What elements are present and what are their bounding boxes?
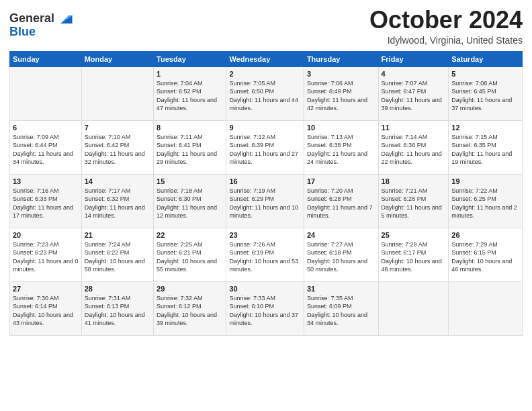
day-cell: 27Sunrise: 7:30 AM Sunset: 6:14 PM Dayli… xyxy=(10,281,82,335)
week-row-0: 1Sunrise: 7:04 AM Sunset: 6:52 PM Daylig… xyxy=(10,66,523,120)
day-number: 3 xyxy=(307,70,375,78)
logo: General Blue xyxy=(9,9,75,39)
day-cell: 6Sunrise: 7:09 AM Sunset: 6:44 PM Daylig… xyxy=(10,120,82,174)
day-cell: 7Sunrise: 7:10 AM Sunset: 6:42 PM Daylig… xyxy=(81,120,153,174)
day-cell: 12Sunrise: 7:15 AM Sunset: 6:35 PM Dayli… xyxy=(449,120,523,174)
day-cell xyxy=(378,281,449,335)
header-thursday: Thursday xyxy=(304,51,378,66)
day-info: Sunrise: 7:27 AM Sunset: 6:18 PM Dayligh… xyxy=(307,240,375,274)
day-cell: 9Sunrise: 7:12 AM Sunset: 6:39 PM Daylig… xyxy=(226,120,304,174)
header-monday: Monday xyxy=(81,51,153,66)
day-info: Sunrise: 7:20 AM Sunset: 6:28 PM Dayligh… xyxy=(307,187,375,220)
day-number: 20 xyxy=(13,231,79,239)
day-number: 2 xyxy=(229,70,300,78)
week-row-1: 6Sunrise: 7:09 AM Sunset: 6:44 PM Daylig… xyxy=(10,120,523,174)
day-number: 18 xyxy=(382,177,446,185)
page: General Blue October 2024 Idylwood, Virg… xyxy=(0,0,532,342)
day-cell: 15Sunrise: 7:18 AM Sunset: 6:30 PM Dayli… xyxy=(154,174,226,228)
day-number: 9 xyxy=(229,124,300,132)
day-cell: 28Sunrise: 7:31 AM Sunset: 6:13 PM Dayli… xyxy=(81,281,153,335)
day-info: Sunrise: 7:33 AM Sunset: 6:10 PM Dayligh… xyxy=(229,294,300,328)
day-cell: 21Sunrise: 7:24 AM Sunset: 6:22 PM Dayli… xyxy=(81,228,153,281)
calendar-table: SundayMondayTuesdayWednesdayThursdayFrid… xyxy=(9,51,523,336)
day-cell: 10Sunrise: 7:13 AM Sunset: 6:38 PM Dayli… xyxy=(304,120,378,174)
day-info: Sunrise: 7:13 AM Sunset: 6:38 PM Dayligh… xyxy=(307,133,375,167)
logo-blue: Blue xyxy=(9,26,36,39)
header-wednesday: Wednesday xyxy=(226,51,304,66)
day-info: Sunrise: 7:23 AM Sunset: 6:23 PM Dayligh… xyxy=(13,240,79,274)
day-info: Sunrise: 7:06 AM Sunset: 6:49 PM Dayligh… xyxy=(307,79,375,113)
day-number: 12 xyxy=(451,124,519,132)
day-number: 17 xyxy=(307,177,375,185)
header-sunday: Sunday xyxy=(10,51,82,66)
day-number: 16 xyxy=(229,177,300,185)
day-number: 29 xyxy=(157,285,223,293)
day-info: Sunrise: 7:16 AM Sunset: 6:33 PM Dayligh… xyxy=(13,187,79,220)
day-cell: 2Sunrise: 7:05 AM Sunset: 6:50 PM Daylig… xyxy=(226,66,304,120)
day-number: 24 xyxy=(307,231,375,239)
day-info: Sunrise: 7:26 AM Sunset: 6:19 PM Dayligh… xyxy=(229,240,300,274)
day-cell: 4Sunrise: 7:07 AM Sunset: 6:47 PM Daylig… xyxy=(378,66,449,120)
day-cell: 30Sunrise: 7:33 AM Sunset: 6:10 PM Dayli… xyxy=(226,281,304,335)
header-row: SundayMondayTuesdayWednesdayThursdayFrid… xyxy=(10,51,523,66)
day-cell: 22Sunrise: 7:25 AM Sunset: 6:21 PM Dayli… xyxy=(154,228,226,281)
location: Idylwood, Virginia, United States xyxy=(369,35,523,46)
day-cell: 29Sunrise: 7:32 AM Sunset: 6:12 PM Dayli… xyxy=(154,281,226,335)
day-info: Sunrise: 7:10 AM Sunset: 6:42 PM Dayligh… xyxy=(85,133,150,167)
header: General Blue October 2024 Idylwood, Virg… xyxy=(9,7,523,46)
week-row-3: 20Sunrise: 7:23 AM Sunset: 6:23 PM Dayli… xyxy=(10,228,523,281)
day-cell xyxy=(81,66,153,120)
day-cell xyxy=(10,66,82,120)
day-info: Sunrise: 7:21 AM Sunset: 6:26 PM Dayligh… xyxy=(382,187,446,220)
header-tuesday: Tuesday xyxy=(154,51,226,66)
day-cell: 19Sunrise: 7:22 AM Sunset: 6:25 PM Dayli… xyxy=(449,174,523,228)
day-info: Sunrise: 7:32 AM Sunset: 6:12 PM Dayligh… xyxy=(157,294,223,328)
day-number: 26 xyxy=(451,231,519,239)
day-info: Sunrise: 7:15 AM Sunset: 6:35 PM Dayligh… xyxy=(451,133,519,167)
day-number: 22 xyxy=(157,231,223,239)
day-number: 6 xyxy=(13,124,79,132)
day-number: 11 xyxy=(382,124,446,132)
day-info: Sunrise: 7:07 AM Sunset: 6:47 PM Dayligh… xyxy=(382,79,446,113)
day-info: Sunrise: 7:04 AM Sunset: 6:52 PM Dayligh… xyxy=(157,79,223,113)
day-number: 8 xyxy=(157,124,223,132)
day-number: 5 xyxy=(451,70,519,78)
day-number: 30 xyxy=(229,285,300,293)
day-cell: 20Sunrise: 7:23 AM Sunset: 6:23 PM Dayli… xyxy=(10,228,82,281)
day-number: 19 xyxy=(451,177,519,185)
day-number: 13 xyxy=(13,177,79,185)
day-cell: 16Sunrise: 7:19 AM Sunset: 6:29 PM Dayli… xyxy=(226,174,304,228)
day-info: Sunrise: 7:18 AM Sunset: 6:30 PM Dayligh… xyxy=(157,187,223,220)
day-cell: 1Sunrise: 7:04 AM Sunset: 6:52 PM Daylig… xyxy=(154,66,226,120)
day-info: Sunrise: 7:28 AM Sunset: 6:17 PM Dayligh… xyxy=(382,240,446,274)
day-info: Sunrise: 7:29 AM Sunset: 6:15 PM Dayligh… xyxy=(451,240,519,274)
header-saturday: Saturday xyxy=(449,51,523,66)
day-cell: 23Sunrise: 7:26 AM Sunset: 6:19 PM Dayli… xyxy=(226,228,304,281)
month-title: October 2024 xyxy=(369,7,523,34)
title-block: October 2024 Idylwood, Virginia, United … xyxy=(369,7,523,46)
day-info: Sunrise: 7:14 AM Sunset: 6:36 PM Dayligh… xyxy=(382,133,446,167)
day-info: Sunrise: 7:22 AM Sunset: 6:25 PM Dayligh… xyxy=(451,187,519,220)
day-cell: 25Sunrise: 7:28 AM Sunset: 6:17 PM Dayli… xyxy=(378,228,449,281)
day-cell: 5Sunrise: 7:08 AM Sunset: 6:45 PM Daylig… xyxy=(449,66,523,120)
day-cell: 13Sunrise: 7:16 AM Sunset: 6:33 PM Dayli… xyxy=(10,174,82,228)
day-number: 4 xyxy=(382,70,446,78)
day-info: Sunrise: 7:17 AM Sunset: 6:32 PM Dayligh… xyxy=(85,187,150,220)
day-number: 23 xyxy=(229,231,300,239)
day-number: 28 xyxy=(85,285,150,293)
day-info: Sunrise: 7:12 AM Sunset: 6:39 PM Dayligh… xyxy=(229,133,300,167)
day-info: Sunrise: 7:31 AM Sunset: 6:13 PM Dayligh… xyxy=(85,294,150,328)
day-info: Sunrise: 7:19 AM Sunset: 6:29 PM Dayligh… xyxy=(229,187,300,220)
day-info: Sunrise: 7:09 AM Sunset: 6:44 PM Dayligh… xyxy=(13,133,79,167)
day-cell: 24Sunrise: 7:27 AM Sunset: 6:18 PM Dayli… xyxy=(304,228,378,281)
day-cell: 31Sunrise: 7:35 AM Sunset: 6:09 PM Dayli… xyxy=(304,281,378,335)
day-cell: 3Sunrise: 7:06 AM Sunset: 6:49 PM Daylig… xyxy=(304,66,378,120)
day-cell: 18Sunrise: 7:21 AM Sunset: 6:26 PM Dayli… xyxy=(378,174,449,228)
day-cell: 14Sunrise: 7:17 AM Sunset: 6:32 PM Dayli… xyxy=(81,174,153,228)
day-info: Sunrise: 7:25 AM Sunset: 6:21 PM Dayligh… xyxy=(157,240,223,274)
logo-icon xyxy=(56,9,75,28)
day-cell: 26Sunrise: 7:29 AM Sunset: 6:15 PM Dayli… xyxy=(449,228,523,281)
day-info: Sunrise: 7:30 AM Sunset: 6:14 PM Dayligh… xyxy=(13,294,79,328)
day-cell: 8Sunrise: 7:11 AM Sunset: 6:41 PM Daylig… xyxy=(154,120,226,174)
day-info: Sunrise: 7:05 AM Sunset: 6:50 PM Dayligh… xyxy=(229,79,300,113)
